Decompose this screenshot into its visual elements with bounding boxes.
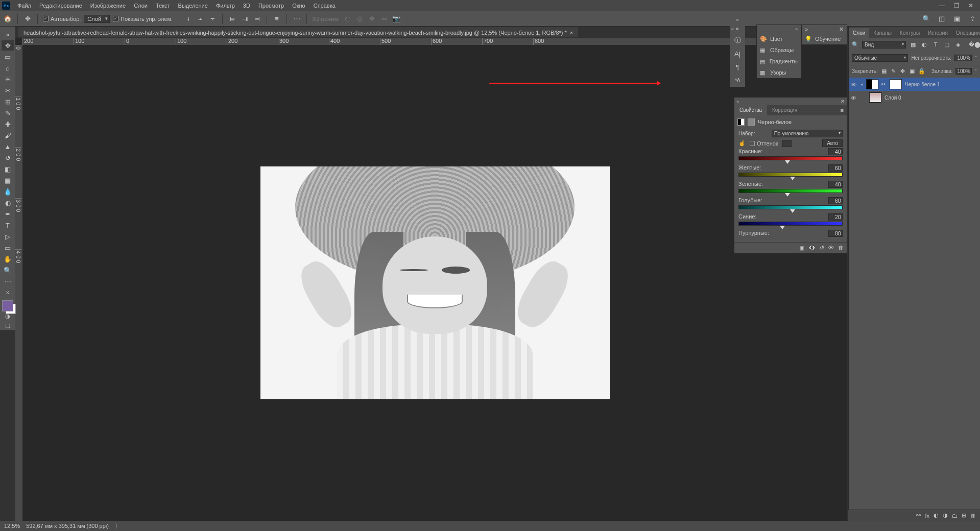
clip-icon[interactable]: ▣ bbox=[799, 245, 804, 251]
menu-layers[interactable]: Слои bbox=[130, 1, 152, 10]
filter-toggle[interactable]: �⬤ bbox=[969, 41, 977, 48]
align-left-icon[interactable]: ⫞ bbox=[183, 14, 193, 23]
align-right-icon[interactable]: ⫟ bbox=[208, 14, 217, 23]
slider-thumb[interactable] bbox=[790, 177, 795, 180]
lock-pixels-icon[interactable]: ▦ bbox=[881, 68, 887, 75]
preset-select[interactable]: По умолчанию bbox=[772, 130, 843, 137]
info-panel-icon[interactable]: ⓘ bbox=[730, 34, 745, 47]
tint-swatch[interactable] bbox=[782, 140, 792, 147]
opacity-input[interactable]: 100% bbox=[954, 55, 972, 61]
tab-adjustments[interactable]: Коррекция bbox=[767, 105, 802, 115]
slider-thumb[interactable] bbox=[785, 160, 790, 164]
quickmask-icon[interactable]: ◑ bbox=[3, 311, 13, 321]
type-tool[interactable]: T bbox=[2, 220, 14, 230]
filter-smart-icon[interactable]: ◈ bbox=[954, 41, 962, 48]
status-chevron-icon[interactable]: 〉 bbox=[115, 522, 121, 530]
autoselect-checkbox[interactable]: ✓Автовыбор: bbox=[43, 16, 81, 22]
slider-track[interactable] bbox=[738, 189, 843, 193]
visibility-icon[interactable]: 👁 bbox=[851, 82, 858, 87]
pen-tool[interactable]: ✒ bbox=[2, 209, 14, 219]
flyout-item-gradients[interactable]: ▤Градиенты bbox=[757, 56, 801, 67]
slider-value-input[interactable]: 60 bbox=[828, 197, 843, 204]
document-tab[interactable]: headshot-joyful-attractive-redhead-femal… bbox=[18, 28, 578, 37]
expand-icon[interactable]: » bbox=[730, 15, 745, 25]
stamp-tool[interactable]: ▲ bbox=[2, 141, 14, 152]
slider-value-input[interactable]: 40 bbox=[828, 148, 843, 155]
more-icon[interactable]: ⋯ bbox=[292, 14, 301, 23]
slider-value-input[interactable]: 80 bbox=[828, 230, 843, 237]
align-vcenter-icon[interactable]: ⫣ bbox=[240, 14, 249, 23]
layer-name[interactable]: Черно-белое 1 bbox=[905, 82, 940, 87]
autoselect-target-select[interactable]: Слой bbox=[84, 15, 110, 23]
slider-thumb[interactable] bbox=[780, 226, 785, 229]
filter-adjust-icon[interactable]: ◐ bbox=[920, 41, 928, 48]
previous-icon[interactable]: 👁‍🗨 bbox=[808, 245, 816, 251]
slider-thumb[interactable] bbox=[790, 209, 795, 213]
layer-row[interactable]: 👁 Слой 0 bbox=[849, 91, 980, 104]
hand-tool[interactable]: ✋ bbox=[2, 254, 14, 264]
edit-toolbar[interactable]: ⋯ bbox=[2, 276, 14, 286]
shape-tool[interactable]: ▭ bbox=[2, 243, 14, 253]
tab-layers[interactable]: Слои bbox=[849, 28, 869, 38]
dodge-tool[interactable]: ◐ bbox=[2, 198, 14, 208]
color-swatch[interactable] bbox=[2, 300, 13, 311]
flyout-item-swatches[interactable]: ▦Образцы bbox=[757, 44, 801, 56]
mask-add-icon[interactable]: ◐ bbox=[934, 512, 939, 519]
flyout-item-patterns[interactable]: ▩Узоры bbox=[757, 67, 801, 78]
flyout2-collapse-icon[interactable]: » bbox=[805, 26, 808, 32]
eyedropper-tool[interactable]: ✎ bbox=[2, 108, 14, 118]
slider-value-input[interactable]: 40 bbox=[828, 181, 843, 188]
lock-brush-icon[interactable]: ✎ bbox=[890, 68, 896, 75]
align-hcenter-icon[interactable]: ⫠ bbox=[196, 14, 205, 23]
filter-shape-icon[interactable]: ▢ bbox=[943, 41, 951, 48]
slider-track[interactable] bbox=[738, 205, 843, 209]
window-minimize-icon[interactable]: — bbox=[935, 1, 949, 11]
zoom-value[interactable]: 12,5% bbox=[4, 523, 20, 529]
align-top-icon[interactable]: ⫢ bbox=[228, 14, 237, 23]
props-close-icon[interactable]: ✕ bbox=[841, 99, 845, 104]
artboard[interactable] bbox=[260, 166, 610, 399]
window-close-icon[interactable]: ✕ bbox=[964, 1, 978, 11]
delete-adjustment-icon[interactable]: 🗑 bbox=[838, 245, 844, 251]
lock-position-icon[interactable]: ✥ bbox=[899, 68, 905, 75]
fill-input[interactable]: 100% bbox=[955, 68, 972, 75]
align-bottom-icon[interactable]: ⫤ bbox=[252, 14, 261, 23]
toggle-visibility-icon[interactable]: 👁 bbox=[828, 245, 834, 251]
search-icon[interactable]: 🔍 bbox=[922, 14, 931, 23]
tab-channels[interactable]: Каналы bbox=[869, 28, 896, 38]
fx-icon[interactable]: fx bbox=[925, 513, 929, 519]
flyout2-close-icon[interactable]: ✕ bbox=[839, 26, 844, 33]
history-brush-tool[interactable]: ↺ bbox=[2, 153, 14, 163]
home-icon[interactable]: 🏠 bbox=[3, 14, 12, 23]
slider-track[interactable] bbox=[738, 156, 843, 160]
link-icon[interactable]: ⚯ bbox=[881, 82, 887, 87]
crop-tool[interactable]: ✂ bbox=[2, 85, 14, 95]
brush-tool[interactable]: 🖌 bbox=[2, 130, 14, 140]
move-tool[interactable]: ✥ bbox=[2, 40, 14, 51]
menu-edit[interactable]: Редактирование bbox=[35, 1, 86, 10]
reset-icon[interactable]: ↺ bbox=[820, 245, 824, 251]
link-layers-icon[interactable]: ⚯ bbox=[916, 512, 921, 519]
gradient-tool[interactable]: ▦ bbox=[2, 175, 14, 185]
tint-checkbox[interactable]: Оттенок bbox=[750, 140, 778, 147]
menu-filter[interactable]: Фильтр bbox=[212, 1, 239, 10]
filter-type-icon[interactable]: T bbox=[931, 41, 940, 47]
slider-track[interactable] bbox=[738, 173, 843, 177]
menu-text[interactable]: Текст bbox=[152, 1, 174, 10]
tab-paths[interactable]: Контуры bbox=[896, 28, 924, 38]
flyout-item-learn[interactable]: 💡Обучение bbox=[802, 33, 847, 44]
blur-tool[interactable]: 💧 bbox=[2, 186, 14, 197]
slider-track[interactable] bbox=[738, 222, 843, 226]
slider-value-input[interactable]: 60 bbox=[828, 164, 843, 172]
menu-view[interactable]: Просмотр bbox=[254, 1, 288, 10]
slider-thumb[interactable] bbox=[785, 193, 790, 197]
menu-help[interactable]: Справка bbox=[309, 1, 340, 10]
chevron-down-icon[interactable]: ▾ bbox=[861, 82, 863, 87]
tab-properties[interactable]: Свойства bbox=[734, 105, 767, 115]
adjustment-add-icon[interactable]: ◑ bbox=[943, 512, 948, 519]
heal-tool[interactable]: ✚ bbox=[2, 119, 14, 129]
tab-actions[interactable]: Операции bbox=[952, 28, 980, 38]
lasso-tool[interactable]: ⌕ bbox=[2, 63, 14, 73]
distribute-icon[interactable]: ≡ bbox=[272, 14, 281, 23]
marquee-tool[interactable]: ▭ bbox=[2, 52, 14, 62]
